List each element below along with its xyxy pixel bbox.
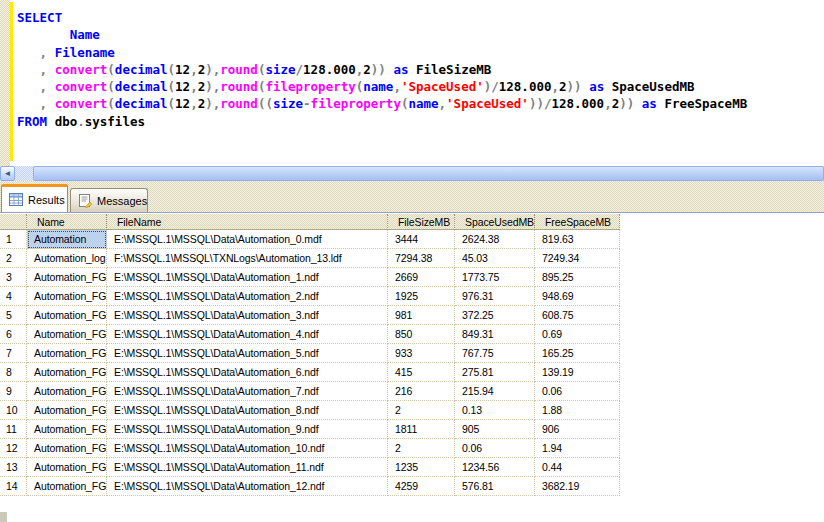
grid-cell[interactable]: E:\MSSQL.1\MSSQL\Data\Automation_7.ndf <box>107 382 388 401</box>
row-number-cell[interactable]: 9 <box>0 382 27 401</box>
grid-cell[interactable]: 372.25 <box>455 306 535 325</box>
grid-cell[interactable]: Automation_FG2 <box>27 344 107 363</box>
row-number-cell[interactable]: 14 <box>0 477 27 496</box>
grid-cell[interactable]: Automation_FG10 <box>27 287 107 306</box>
grid-cell[interactable]: Automation_FG9 <box>27 477 107 496</box>
grid-cell[interactable]: 215.94 <box>455 382 535 401</box>
scroll-left-button[interactable]: ◄ <box>0 166 15 181</box>
grid-cell[interactable]: 608.75 <box>535 306 620 325</box>
grid-cell[interactable]: 905 <box>455 420 535 439</box>
row-number-cell[interactable]: 12 <box>0 439 27 458</box>
column-header-spaceusedmb[interactable]: SpaceUsedMB <box>455 214 535 230</box>
grid-cell[interactable]: Automation_FG8 <box>27 458 107 477</box>
grid-cell[interactable]: Automation_FG6 <box>27 420 107 439</box>
grid-cell[interactable]: 2 <box>388 439 455 458</box>
grid-cell[interactable]: 2 <box>388 401 455 420</box>
grid-cell[interactable]: 933 <box>388 344 455 363</box>
grid-cell[interactable]: 576.81 <box>455 477 535 496</box>
row-number-cell[interactable]: 8 <box>0 363 27 382</box>
column-header-name[interactable]: Name <box>27 214 107 230</box>
row-number-cell[interactable]: 2 <box>0 249 27 268</box>
tab-results[interactable]: Results <box>1 184 68 212</box>
grid-cell[interactable]: 45.03 <box>455 249 535 268</box>
horizontal-scrollbar[interactable]: ◄ <box>0 166 824 181</box>
grid-cell[interactable]: 165.25 <box>535 344 620 363</box>
grid-cell[interactable]: 0.06 <box>535 382 620 401</box>
grid-cell[interactable]: 3682.19 <box>535 477 620 496</box>
grid-cell[interactable]: 849.31 <box>455 325 535 344</box>
grid-cell[interactable]: E:\MSSQL.1\MSSQL\Data\Automation_10.ndf <box>107 439 388 458</box>
row-number-cell[interactable]: 4 <box>0 287 27 306</box>
grid-cell[interactable]: E:\MSSQL.1\MSSQL\Data\Automation_9.ndf <box>107 420 388 439</box>
grid-cell[interactable]: 7294.38 <box>388 249 455 268</box>
grid-cell[interactable]: Automation_FG3 <box>27 363 107 382</box>
grid-corner-cell[interactable] <box>0 214 27 230</box>
grid-cell[interactable]: Automation_FG11 <box>27 306 107 325</box>
row-number-cell[interactable]: 7 <box>0 344 27 363</box>
column-header-filename[interactable]: FileName <box>107 214 388 230</box>
grid-cell[interactable]: 1.94 <box>535 439 620 458</box>
grid-cell[interactable]: 895.25 <box>535 268 620 287</box>
grid-cell[interactable]: 0.13 <box>455 401 535 420</box>
grid-cell[interactable]: E:\MSSQL.1\MSSQL\Data\Automation_5.ndf <box>107 344 388 363</box>
grid-cell[interactable]: E:\MSSQL.1\MSSQL\Data\Automation_4.ndf <box>107 325 388 344</box>
grid-cell[interactable]: Automation_FG12 <box>27 325 107 344</box>
grid-row: 8Automation_FG3E:\MSSQL.1\MSSQL\Data\Aut… <box>0 363 620 382</box>
grid-cell[interactable]: E:\MSSQL.1\MSSQL\Data\Automation_2.ndf <box>107 287 388 306</box>
grid-cell[interactable]: 0.06 <box>455 439 535 458</box>
grid-cell[interactable]: 415 <box>388 363 455 382</box>
column-header-freespacemb[interactable]: FreeSpaceMB <box>535 214 620 230</box>
row-number-cell[interactable]: 13 <box>0 458 27 477</box>
grid-cell[interactable]: 2669 <box>388 268 455 287</box>
grid-cell[interactable]: 976.31 <box>455 287 535 306</box>
grid-cell[interactable]: 1811 <box>388 420 455 439</box>
grid-cell[interactable]: E:\MSSQL.1\MSSQL\Data\Automation_12.ndf <box>107 477 388 496</box>
sql-editor[interactable]: SELECT Name , Filename , convert(decimal… <box>0 0 824 166</box>
grid-cell[interactable]: 4259 <box>388 477 455 496</box>
grid-cell[interactable]: Automation_FG7 <box>27 439 107 458</box>
tab-messages[interactable]: Messages <box>70 188 148 212</box>
code-line: SELECT <box>17 9 747 26</box>
grid-cell[interactable]: Automation_FG5 <box>27 401 107 420</box>
grid-cell[interactable]: Automation_log <box>27 249 107 268</box>
grid-cell[interactable]: E:\MSSQL.1\MSSQL\Data\Automation_0.mdf <box>107 230 388 249</box>
grid-cell[interactable]: 1.88 <box>535 401 620 420</box>
grid-cell[interactable]: E:\MSSQL.1\MSSQL\Data\Automation_8.ndf <box>107 401 388 420</box>
grid-cell[interactable]: E:\MSSQL.1\MSSQL\Data\Automation_11.ndf <box>107 458 388 477</box>
grid-cell[interactable]: Automation <box>27 230 107 249</box>
grid-cell[interactable]: 0.44 <box>535 458 620 477</box>
grid-cell[interactable]: 216 <box>388 382 455 401</box>
grid-cell[interactable]: E:\MSSQL.1\MSSQL\Data\Automation_1.ndf <box>107 268 388 287</box>
grid-cell[interactable]: 819.63 <box>535 230 620 249</box>
grid-cell[interactable]: 1235 <box>388 458 455 477</box>
grid-cell[interactable]: 981 <box>388 306 455 325</box>
grid-cell[interactable]: 275.81 <box>455 363 535 382</box>
grid-cell[interactable]: 850 <box>388 325 455 344</box>
grid-cell[interactable]: 1773.75 <box>455 268 535 287</box>
grid-cell[interactable]: 7249.34 <box>535 249 620 268</box>
scrollbar-thumb[interactable] <box>33 166 824 181</box>
row-number-cell[interactable]: 11 <box>0 420 27 439</box>
column-header-filesizemb[interactable]: FileSizeMB <box>388 214 455 230</box>
grid-cell[interactable]: E:\MSSQL.1\MSSQL\Data\Automation_3.ndf <box>107 306 388 325</box>
grid-cell[interactable]: F:\MSSQL.1\MSSQL\TXNLogs\Automation_13.l… <box>107 249 388 268</box>
grid-cell[interactable]: Automation_FG4 <box>27 382 107 401</box>
grid-cell[interactable]: 0.69 <box>535 325 620 344</box>
grid-cell[interactable]: 767.75 <box>455 344 535 363</box>
grid-cell[interactable]: 2624.38 <box>455 230 535 249</box>
row-number-cell[interactable]: 6 <box>0 325 27 344</box>
grid-cell[interactable]: 139.19 <box>535 363 620 382</box>
grid-row: 9Automation_FG4E:\MSSQL.1\MSSQL\Data\Aut… <box>0 382 620 401</box>
grid-cell[interactable]: 1925 <box>388 287 455 306</box>
row-number-cell[interactable]: 10 <box>0 401 27 420</box>
grid-cell[interactable]: 906 <box>535 420 620 439</box>
grid-cell[interactable]: 3444 <box>388 230 455 249</box>
sql-code[interactable]: SELECT Name , Filename , convert(decimal… <box>17 9 747 130</box>
grid-cell[interactable]: E:\MSSQL.1\MSSQL\Data\Automation_6.ndf <box>107 363 388 382</box>
grid-cell[interactable]: 1234.56 <box>455 458 535 477</box>
grid-cell[interactable]: Automation_FG1 <box>27 268 107 287</box>
row-number-cell[interactable]: 3 <box>0 268 27 287</box>
grid-cell[interactable]: 948.69 <box>535 287 620 306</box>
row-number-cell[interactable]: 5 <box>0 306 27 325</box>
row-number-cell[interactable]: 1 <box>0 230 27 249</box>
